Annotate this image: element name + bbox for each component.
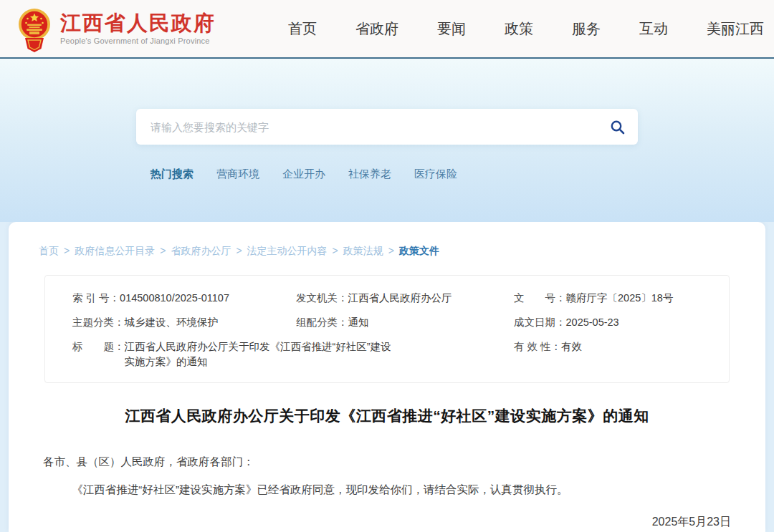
content-card: 首页 > 政府信息公开目录 > 省政府办公厅 > 法定主动公开内容 > 政策法规…: [9, 222, 765, 532]
meta-title-label: 标 题：: [72, 339, 125, 354]
breadcrumb-separator: >: [333, 245, 338, 258]
meta-title: 标 题： 江西省人民政府办公厅关于印发《江西省推进“好社区”建设实施方案》的通知: [72, 339, 514, 369]
nav-news[interactable]: 要闻: [437, 19, 466, 39]
hot-tag-enterprise-setup[interactable]: 企业开办: [282, 168, 325, 181]
document-body: 各市、县（区）人民政府，省政府各部门： 《江西省推进“好社区”建设实施方案》已经…: [9, 455, 765, 530]
document-paragraph: 《江西省推进“好社区”建设实施方案》已经省政府同意，现印发给你们，请结合实际，认…: [43, 483, 731, 498]
nav-beautiful-jiangxi[interactable]: 美丽江西: [707, 19, 764, 39]
meta-group-category: 组配分类： 通知: [296, 315, 514, 330]
hot-search-row: 热门搜索 营商环境 企业开办 社保养老 医疗保险: [150, 168, 457, 181]
meta-document-number: 文 号： 赣府厅字〔2025〕18号: [514, 291, 715, 306]
search-box: [136, 109, 638, 145]
search-icon: [610, 120, 625, 135]
hot-tag-social-security[interactable]: 社保养老: [348, 168, 391, 181]
site-subtitle: People's Government of Jiangxi Province: [60, 37, 216, 45]
breadcrumb-policy-regulations[interactable]: 政策法规: [343, 245, 383, 258]
meta-docnum-value: 赣府厅字〔2025〕18号: [566, 291, 674, 306]
meta-date-label: 成文日期：: [514, 315, 566, 330]
meta-issue-date: 成文日期： 2025-05-23: [514, 315, 715, 330]
nav-provincial-government[interactable]: 省政府: [355, 19, 398, 39]
meta-topic-value: 城乡建设、环境保护: [125, 315, 219, 330]
search-banner: 热门搜索 营商环境 企业开办 社保养老 医疗保险: [0, 59, 774, 222]
meta-validity-label: 有 效 性：: [514, 339, 561, 354]
nav-policy[interactable]: 政策: [505, 19, 533, 39]
meta-title-value: 江西省人民政府办公厅关于印发《江西省推进“好社区”建设实施方案》的通知: [125, 339, 393, 369]
meta-validity: 有 效 性： 有效: [514, 339, 715, 369]
document-date: 2025年5月23日: [43, 515, 731, 530]
meta-group-value: 通知: [348, 315, 369, 330]
breadcrumb-policy-documents: 政策文件: [399, 245, 439, 258]
meta-index-number: 索 引 号： 014500810/2025-01107: [72, 291, 296, 306]
breadcrumb-gov-info-directory[interactable]: 政府信息公开目录: [75, 245, 155, 258]
meta-index-label: 索 引 号：: [72, 291, 120, 306]
meta-topic-label: 主题分类：: [72, 315, 125, 330]
main-nav: 首页 省政府 要闻 政策 服务 互动 美丽江西: [288, 19, 764, 39]
meta-validity-value: 有效: [561, 339, 582, 354]
document-metadata-panel: 索 引 号： 014500810/2025-01107 发文机关： 江西省人民政…: [44, 275, 730, 383]
national-emblem-icon: [17, 7, 52, 54]
breadcrumb-separator: >: [236, 245, 242, 258]
meta-date-value: 2025-05-23: [566, 315, 619, 330]
nav-services[interactable]: 服务: [572, 19, 601, 39]
document-title: 江西省人民政府办公厅关于印发《江西省推进“好社区”建设实施方案》的通知: [9, 406, 765, 426]
nav-interaction[interactable]: 互动: [639, 19, 668, 39]
meta-topic-category: 主题分类： 城乡建设、环境保护: [72, 315, 296, 330]
breadcrumb-home[interactable]: 首页: [39, 245, 59, 258]
site-header: 江西省人民政府 People's Government of Jiangxi P…: [0, 0, 774, 57]
site-logo[interactable]: 江西省人民政府 People's Government of Jiangxi P…: [17, 3, 216, 54]
breadcrumb-general-office[interactable]: 省政府办公厅: [171, 245, 231, 258]
breadcrumb-statutory-disclosure[interactable]: 法定主动公开内容: [247, 245, 328, 258]
meta-agency-label: 发文机关：: [296, 291, 348, 306]
breadcrumb-separator: >: [160, 245, 166, 258]
meta-group-label: 组配分类：: [296, 315, 348, 330]
breadcrumb-separator: >: [64, 245, 70, 258]
meta-issuing-agency: 发文机关： 江西省人民政府办公厅: [296, 291, 514, 306]
meta-docnum-label: 文 号：: [514, 291, 566, 306]
hot-tag-medical-insurance[interactable]: 医疗保险: [414, 168, 457, 181]
breadcrumb-separator: >: [388, 245, 394, 258]
breadcrumb: 首页 > 政府信息公开目录 > 省政府办公厅 > 法定主动公开内容 > 政策法规…: [9, 222, 765, 258]
site-title: 江西省人民政府: [60, 12, 216, 35]
search-input[interactable]: [150, 121, 610, 133]
document-salutation: 各市、县（区）人民政府，省政府各部门：: [43, 455, 731, 470]
nav-home[interactable]: 首页: [288, 19, 317, 39]
search-button[interactable]: [610, 120, 625, 135]
meta-index-value: 014500810/2025-01107: [120, 291, 229, 306]
hot-search-label: 热门搜索: [150, 168, 194, 181]
hot-tag-business-environment[interactable]: 营商环境: [216, 168, 259, 181]
meta-agency-value: 江西省人民政府办公厅: [348, 291, 452, 306]
